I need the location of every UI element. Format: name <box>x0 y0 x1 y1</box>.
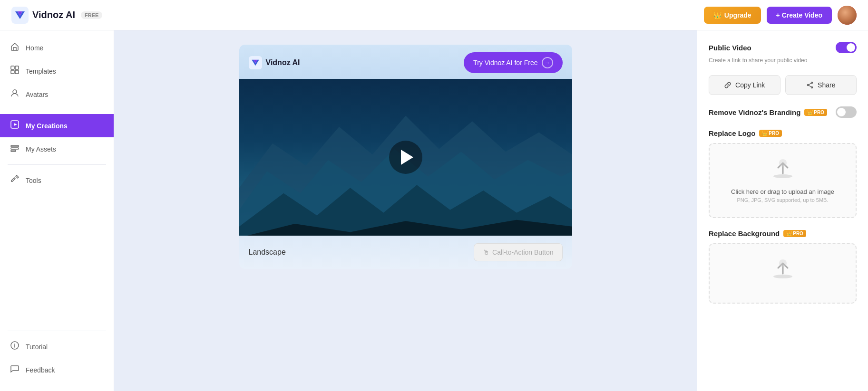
copy-link-button[interactable]: Copy Link <box>709 75 780 95</box>
sidebar-label-home: Home <box>26 44 43 52</box>
brand-logo-text: Vidnoz AI <box>266 58 300 67</box>
upgrade-button[interactable]: 👑 Upgrade <box>704 7 761 24</box>
remove-branding-section: Remove Vidnoz's Branding 👑 PRO <box>709 106 857 118</box>
video-container: Vidnoz AI Try Vidnoz AI for Free → <box>225 30 586 269</box>
sidebar-label-avatars: Avatars <box>26 91 48 98</box>
sidebar-bottom: Tutorial Feedback <box>0 327 114 385</box>
sidebar-item-avatars[interactable]: Avatars <box>0 83 114 106</box>
sidebar-item-home[interactable]: Home <box>0 36 114 59</box>
video-title: Landscape <box>249 248 286 257</box>
feedback-icon <box>10 364 20 376</box>
home-icon <box>10 42 20 54</box>
remove-branding-header: Remove Vidnoz's Branding 👑 PRO <box>709 106 857 118</box>
svg-point-19 <box>773 275 792 278</box>
sidebar-item-my-assets[interactable]: My Assets <box>0 137 114 161</box>
svg-point-14 <box>811 82 813 84</box>
share-icon <box>806 81 814 89</box>
tutorial-icon <box>10 341 20 353</box>
logo-upload-area[interactable]: Click here or drag to upload an image PN… <box>709 143 857 218</box>
sidebar-divider-1 <box>8 110 106 110</box>
sidebar-label-my-creations: My Creations <box>26 122 68 130</box>
tools-icon <box>10 174 20 186</box>
remove-branding-toggle[interactable] <box>836 106 857 118</box>
free-badge: FREE <box>81 11 102 19</box>
video-footer: Landscape 🖱 Call-to-Action Button <box>239 236 572 269</box>
public-video-title: Public Video <box>709 44 751 52</box>
replace-logo-section: Replace Logo 👑 PRO Click here or drag to… <box>709 129 857 218</box>
svg-rect-1 <box>11 66 14 69</box>
sidebar-divider-2 <box>8 164 106 165</box>
brand-logo-icon <box>249 56 262 69</box>
vidnoz-logo-icon <box>11 7 29 24</box>
app-header: Vidnoz AI FREE 👑 Upgrade + Create Video <box>0 0 868 30</box>
toggle-knob <box>847 43 855 52</box>
video-thumbnail <box>239 79 572 236</box>
public-video-subtitle: Create a link to share your public video <box>709 57 857 64</box>
svg-rect-9 <box>11 148 19 149</box>
svg-point-5 <box>13 90 17 94</box>
sidebar: Home Templates <box>0 30 114 391</box>
share-actions: Copy Link Share <box>709 75 857 95</box>
replace-logo-header: Replace Logo 👑 PRO <box>709 129 857 137</box>
sidebar-item-feedback[interactable]: Feedback <box>0 358 114 381</box>
cursor-icon: 🖱 <box>483 248 489 256</box>
sidebar-label-my-assets: My Assets <box>26 145 56 153</box>
right-panel: Public Video Create a link to share your… <box>697 30 868 391</box>
avatars-icon <box>10 88 20 100</box>
try-vidnoz-button[interactable]: Try Vidnoz AI for Free → <box>464 52 562 73</box>
play-icon <box>401 150 413 165</box>
link-icon <box>724 81 731 89</box>
public-video-header: Public Video <box>709 42 857 53</box>
my-assets-icon <box>10 143 20 155</box>
toggle-off-knob <box>837 108 846 116</box>
create-video-button[interactable]: + Create Video <box>767 7 832 24</box>
crown-icon: 👑 <box>713 11 722 19</box>
public-video-toggle[interactable] <box>836 42 857 53</box>
sidebar-item-tools[interactable]: Tools <box>0 169 114 192</box>
sidebar-label-feedback: Feedback <box>26 366 55 374</box>
logo-upload-sub: PNG, JPG, SVG supported, up to 5MB. <box>719 197 846 203</box>
replace-background-header: Replace Background 👑 PRO <box>709 229 857 238</box>
svg-point-15 <box>811 87 813 88</box>
sidebar-item-my-creations[interactable]: My Creations <box>0 114 114 137</box>
video-card-header: Vidnoz AI Try Vidnoz AI for Free → <box>239 45 572 79</box>
svg-point-18 <box>779 159 787 167</box>
try-btn-arrow: → <box>542 57 553 68</box>
header-actions: 👑 Upgrade + Create Video <box>704 6 857 25</box>
svg-point-17 <box>773 174 792 178</box>
main-layout: Home Templates <box>0 30 868 391</box>
remove-branding-title: Remove Vidnoz's Branding <box>709 108 800 116</box>
user-avatar[interactable] <box>838 6 857 25</box>
public-video-section: Public Video Create a link to share your… <box>709 42 857 64</box>
svg-rect-3 <box>11 70 14 74</box>
cta-button[interactable]: 🖱 Call-to-Action Button <box>474 243 562 261</box>
replace-background-title: Replace Background <box>709 229 780 238</box>
replace-logo-pro-badge: 👑 PRO <box>759 130 782 137</box>
background-upload-icon <box>719 258 846 284</box>
svg-point-16 <box>808 85 809 86</box>
sidebar-label-tools: Tools <box>26 177 41 184</box>
svg-point-20 <box>779 259 787 267</box>
sidebar-item-tutorial[interactable]: Tutorial <box>0 335 114 358</box>
svg-rect-4 <box>15 70 19 74</box>
vidnoz-brand-logo: Vidnoz AI <box>249 56 300 69</box>
replace-logo-title: Replace Logo <box>709 129 755 137</box>
replace-background-pro-badge: 👑 PRO <box>783 230 806 237</box>
share-button[interactable]: Share <box>785 75 857 95</box>
svg-marker-7 <box>14 123 17 126</box>
remove-branding-pro-badge: 👑 PRO <box>804 109 827 116</box>
templates-icon <box>10 65 20 77</box>
svg-rect-2 <box>15 66 19 69</box>
sidebar-divider-3 <box>8 331 106 331</box>
play-button[interactable] <box>389 141 422 174</box>
sidebar-item-templates[interactable]: Templates <box>0 59 114 83</box>
my-creations-icon <box>10 120 20 132</box>
logo-upload-text: Click here or drag to upload an image <box>719 188 846 195</box>
svg-rect-8 <box>11 145 19 147</box>
logo: Vidnoz AI FREE <box>11 7 102 24</box>
logo-text: Vidnoz AI <box>32 10 75 20</box>
replace-background-section: Replace Background 👑 PRO <box>709 229 857 304</box>
background-upload-area[interactable] <box>709 243 857 304</box>
video-card: Vidnoz AI Try Vidnoz AI for Free → <box>239 45 572 269</box>
sidebar-label-templates: Templates <box>26 67 56 75</box>
